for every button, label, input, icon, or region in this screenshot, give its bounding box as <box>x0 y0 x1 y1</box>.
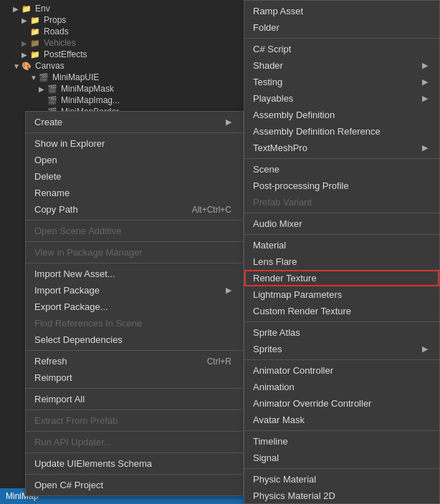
tree-item-label: Vehicles <box>44 38 76 48</box>
tree-item[interactable]: ▼🎬MiniMapUIE <box>0 72 244 83</box>
menu-item-avatar-mask[interactable]: Avatar Mask <box>244 412 439 428</box>
menu-item-animator-controller[interactable]: Animator Controller <box>244 362 439 379</box>
menu-separator <box>244 430 439 431</box>
menu-separator <box>244 213 439 213</box>
menu-item-shortcut: Ctrl+R <box>207 357 231 367</box>
menu-item-update-uielements-schema[interactable]: Update UIElements Schema <box>26 455 243 472</box>
menu-separator <box>26 132 243 133</box>
tree-item[interactable]: ▶📁Props <box>0 14 244 26</box>
tree-arrow-icon: ▼ <box>30 74 39 82</box>
menu-item-label: Post-processing Profile <box>253 180 428 191</box>
menu-item-rename[interactable]: Rename <box>26 185 243 201</box>
menu-separator <box>26 350 243 351</box>
menu-item-sprite-atlas[interactable]: Sprite Atlas <box>244 324 439 341</box>
menu-item-label: Import Package <box>34 285 220 296</box>
menu-separator <box>26 220 243 220</box>
menu-item-physics-material-2d[interactable]: Physics Material 2D <box>244 488 439 504</box>
tree-item[interactable]: ▶📁Vehicles <box>0 37 244 49</box>
menu-item-import-new-asset[interactable]: Import New Asset... <box>26 266 243 282</box>
menu-item-label: Assembly Definition Reference <box>253 126 428 137</box>
menu-item-delete[interactable]: Delete <box>26 168 243 185</box>
scene-icon: 🎬 <box>47 96 59 105</box>
menu-item-folder[interactable]: Folder <box>244 19 439 36</box>
context-menu-right: Ramp AssetFolderC# ScriptShader▶Testing▶… <box>244 0 440 504</box>
scene-icon: 🎬 <box>47 84 59 94</box>
menu-item-select-dependencies[interactable]: Select Dependencies <box>26 331 243 348</box>
menu-item-label: Material <box>253 240 428 251</box>
menu-item-label: Copy Path <box>34 204 178 215</box>
menu-item-playables[interactable]: Playables▶ <box>244 90 439 107</box>
tree-item-label: MiniMapMask <box>61 84 114 94</box>
menu-separator <box>26 431 243 432</box>
menu-item-lens-flare[interactable]: Lens Flare <box>244 253 439 270</box>
folder-icon: 📁 <box>21 4 33 14</box>
submenu-arrow-icon: ▶ <box>422 143 428 152</box>
menu-item-create[interactable]: Create▶ <box>26 114 243 130</box>
menu-item-animation[interactable]: Animation <box>244 379 439 395</box>
menu-separator <box>26 452 243 453</box>
tree-item[interactable]: ▶🎬MiniMapMask <box>0 83 244 94</box>
menu-item-label: Select Dependencies <box>34 334 231 345</box>
tree-item-label: Roads <box>44 26 69 37</box>
menu-item-label: Testing <box>253 77 416 87</box>
menu-item-render-texture[interactable]: Render Texture <box>244 270 439 286</box>
menu-separator <box>26 410 243 410</box>
menu-item-label: Export Package... <box>34 301 231 312</box>
menu-item-c-script[interactable]: C# Script <box>244 41 439 57</box>
menu-item-audio-mixer[interactable]: Audio Mixer <box>244 215 439 232</box>
menu-item-material[interactable]: Material <box>244 237 439 253</box>
menu-item-sprites[interactable]: Sprites▶ <box>244 341 439 357</box>
submenu-arrow-icon: ▶ <box>422 94 428 103</box>
menu-item-label: Ramp Asset <box>253 6 428 16</box>
menu-separator <box>244 38 439 39</box>
menu-item-assembly-definition[interactable]: Assembly Definition <box>244 107 439 123</box>
menu-item-assembly-definition-reference[interactable]: Assembly Definition Reference <box>244 123 439 140</box>
menu-item-open-scene-additive: Open Scene Additive <box>26 223 243 239</box>
menu-item-shortcut: Alt+Ctrl+C <box>192 205 231 215</box>
context-menu-left: Create▶Show in ExplorerOpenDeleteRenameC… <box>25 111 244 496</box>
tree-item[interactable]: ▼🎨Canvas <box>0 60 244 72</box>
tree-item[interactable]: ▶📁Env <box>0 3 244 14</box>
menu-item-label: Sprite Atlas <box>253 327 428 338</box>
menu-item-refresh[interactable]: RefreshCtrl+R <box>26 353 243 369</box>
menu-item-scene[interactable]: Scene <box>244 161 439 178</box>
menu-separator <box>244 234 439 235</box>
canvas-icon: 🎨 <box>21 62 33 71</box>
menu-item-open-c-project[interactable]: Open C# Project <box>26 477 243 493</box>
menu-item-ramp-asset[interactable]: Ramp Asset <box>244 3 439 19</box>
menu-item-physic-material[interactable]: Physic Material <box>244 471 439 488</box>
menu-item-label: Create <box>34 117 220 127</box>
menu-item-testing[interactable]: Testing▶ <box>244 74 439 90</box>
menu-item-reimport[interactable]: Reimport <box>26 369 243 386</box>
menu-item-copy-path[interactable]: Copy PathAlt+Ctrl+C <box>26 201 243 218</box>
menu-item-reimport-all[interactable]: Reimport All <box>26 391 243 407</box>
menu-item-timeline[interactable]: Timeline <box>244 433 439 450</box>
tree-item[interactable]: ▶📁PostEffects <box>0 49 244 60</box>
menu-item-post-processing-profile[interactable]: Post-processing Profile <box>244 178 439 194</box>
menu-item-label: Assembly Definition <box>253 110 428 120</box>
menu-item-signal[interactable]: Signal <box>244 450 439 466</box>
menu-item-animator-override-controller[interactable]: Animator Override Controller <box>244 395 439 412</box>
menu-item-show-in-explorer[interactable]: Show in Explorer <box>26 135 243 152</box>
menu-item-label: Open <box>34 155 231 165</box>
submenu-arrow-icon: ▶ <box>422 61 428 70</box>
menu-item-custom-render-texture[interactable]: Custom Render Texture <box>244 303 439 319</box>
menu-item-label: Timeline <box>253 436 428 447</box>
menu-item-label: Reimport <box>34 372 231 383</box>
tree-item-label: Props <box>44 15 66 25</box>
menu-item-textmeshpro[interactable]: TextMeshPro▶ <box>244 140 439 156</box>
menu-item-prefab-variant: Prefab Variant <box>244 194 439 210</box>
tree-item-label: Env <box>35 4 50 14</box>
menu-item-import-package[interactable]: Import Package▶ <box>26 282 243 299</box>
menu-item-open[interactable]: Open <box>26 152 243 168</box>
menu-item-label: Sprites <box>253 344 416 354</box>
menu-separator <box>244 321 439 322</box>
menu-item-label: Delete <box>34 171 231 182</box>
menu-item-export-package[interactable]: Export Package... <box>26 299 243 315</box>
tree-item[interactable]: 🎬MiniMapImag... <box>0 94 244 106</box>
menu-separator <box>244 158 439 159</box>
menu-item-shader[interactable]: Shader▶ <box>244 57 439 74</box>
menu-item-label: Animator Override Controller <box>253 398 428 409</box>
menu-item-lightmap-parameters[interactable]: Lightmap Parameters <box>244 286 439 303</box>
tree-item[interactable]: 📁Roads <box>0 26 244 37</box>
